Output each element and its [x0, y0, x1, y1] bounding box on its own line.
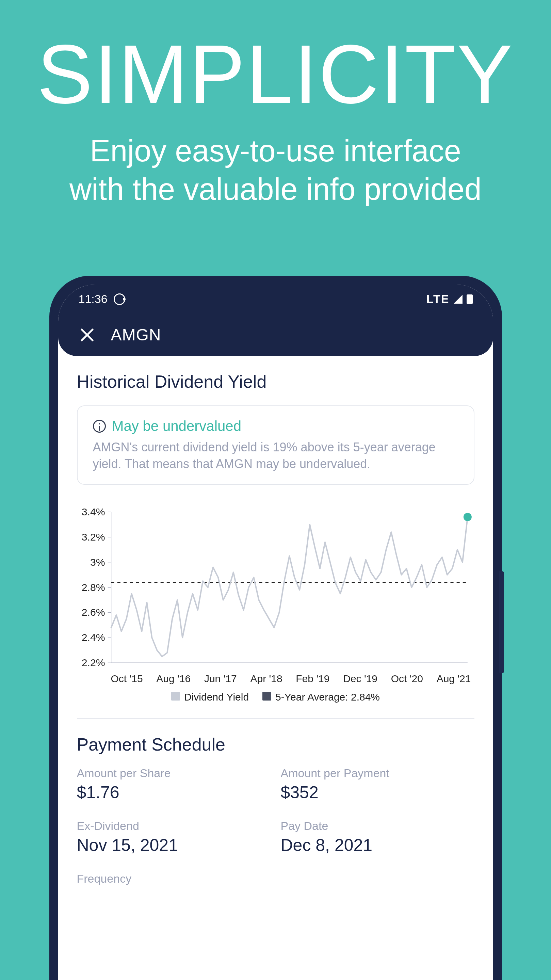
- chart-legend: Dividend Yield 5-Year Average: 2.84%: [77, 691, 475, 703]
- payment-value: $352: [281, 783, 475, 802]
- payment-label: Amount per Share: [77, 767, 271, 780]
- legend-swatch-average: [262, 692, 271, 700]
- x-tick: Feb '19: [296, 673, 329, 684]
- x-tick: Apr '18: [250, 673, 282, 684]
- legend-swatch-series: [171, 692, 180, 700]
- payment-cell: Ex-DividendNov 15, 2021: [77, 819, 271, 855]
- payment-grid: Amount per Share$1.76Amount per Payment$…: [77, 767, 475, 888]
- payment-label: Amount per Payment: [281, 767, 475, 780]
- svg-text:3.2%: 3.2%: [81, 531, 105, 542]
- section-title: Historical Dividend Yield: [77, 371, 475, 392]
- info-icon: [93, 420, 106, 433]
- promo-hero: SIMPLICITY Enjoy easy-to-use interface w…: [0, 0, 551, 208]
- x-tick: Dec '19: [343, 673, 378, 684]
- svg-point-18: [463, 513, 472, 521]
- payment-value: Nov 15, 2021: [77, 835, 271, 855]
- section-divider: [77, 718, 475, 719]
- signal-icon: [454, 295, 462, 304]
- payment-value: $1.76: [77, 783, 271, 802]
- dividend-yield-chart[interactable]: 3.4%3.2%3%2.8%2.6%2.4%2.2% Oct '15Aug '1…: [77, 509, 475, 703]
- phone-frame: 11:36 LTE AMGN Historical Dividend Yield…: [49, 276, 502, 980]
- payment-cell: Amount per Share$1.76: [77, 767, 271, 802]
- svg-text:2.2%: 2.2%: [81, 657, 105, 668]
- chart-svg: 3.4%3.2%3%2.8%2.6%2.4%2.2%: [77, 509, 475, 670]
- payment-heading: Payment Schedule: [77, 734, 475, 755]
- info-body: AMGN's current dividend yield is 19% abo…: [93, 439, 459, 472]
- x-tick: Aug '16: [156, 673, 191, 684]
- hero-title: SIMPLICITY: [0, 31, 551, 118]
- svg-text:3.4%: 3.4%: [81, 509, 105, 517]
- x-tick: Oct '15: [111, 673, 143, 684]
- svg-text:2.4%: 2.4%: [81, 632, 105, 643]
- svg-text:2.8%: 2.8%: [81, 582, 105, 593]
- network-label: LTE: [426, 293, 449, 305]
- x-tick: Oct '20: [391, 673, 423, 684]
- phone-side-button: [499, 571, 504, 673]
- payment-cell: Frequency: [77, 872, 271, 888]
- battery-icon: [467, 294, 473, 304]
- svg-marker-0: [454, 295, 462, 304]
- svg-text:3%: 3%: [90, 557, 105, 568]
- close-icon[interactable]: [80, 328, 94, 342]
- payment-label: Pay Date: [281, 819, 475, 833]
- status-bar: 11:36 LTE: [58, 285, 493, 313]
- payment-value: Dec 8, 2021: [281, 835, 475, 855]
- status-time: 11:36: [79, 293, 108, 305]
- app-bar: AMGN: [58, 313, 493, 356]
- svg-text:2.6%: 2.6%: [81, 607, 105, 618]
- chart-x-ticks: Oct '15Aug '16Jun '17Apr '18Feb '19Dec '…: [77, 673, 475, 684]
- payment-label: Frequency: [77, 872, 271, 885]
- x-tick: Aug '21: [437, 673, 471, 684]
- payment-cell: Pay DateDec 8, 2021: [281, 819, 475, 855]
- hero-subtitle: Enjoy easy-to-use interface with the val…: [0, 132, 551, 208]
- phone-screen: 11:36 LTE AMGN Historical Dividend Yield…: [58, 285, 493, 980]
- valuation-info-box: May be undervalued AMGN's current divide…: [77, 406, 475, 485]
- ticker-title: AMGN: [111, 325, 161, 344]
- x-tick: Jun '17: [204, 673, 237, 684]
- payment-cell: Amount per Payment$352: [281, 767, 475, 802]
- payment-label: Ex-Dividend: [77, 819, 271, 833]
- notification-icon: [114, 293, 125, 305]
- info-headline: May be undervalued: [112, 418, 241, 434]
